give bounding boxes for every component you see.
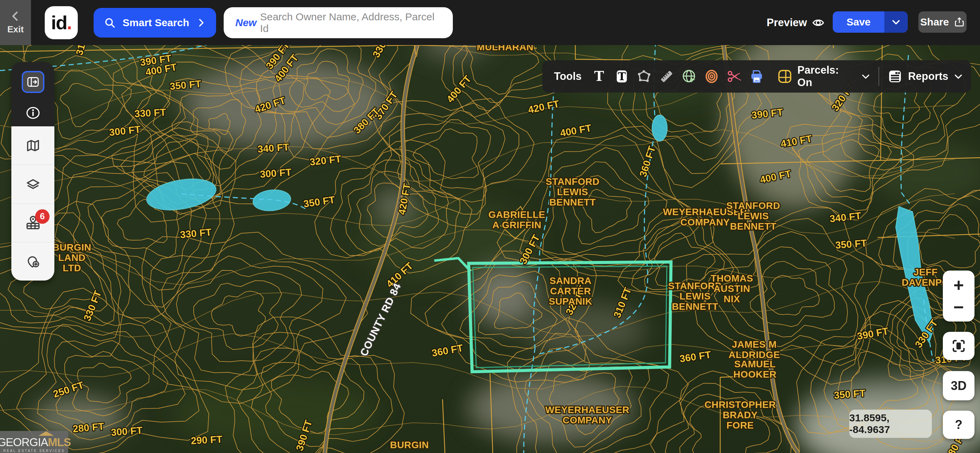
chevron-left-icon [10,10,21,22]
owner-label: BURGIN [390,440,429,450]
parcels-layer-icon [777,69,792,85]
target-tool-icon[interactable] [704,68,720,85]
polygon-tool-icon[interactable] [636,68,652,85]
search-new-prefix: New [235,17,257,29]
svg-text:T: T [618,70,625,83]
owner-label: BENNETT [549,197,596,207]
ruler-tool-icon[interactable] [659,68,675,85]
screenshot-button[interactable] [943,332,975,360]
add-location-icon [25,254,41,269]
exit-label: Exit [7,24,24,35]
preview-button[interactable]: Preview [767,0,825,45]
owner-label: STANFORD [726,200,780,211]
label-tool-icon[interactable]: T [614,68,630,85]
layers-icon [25,177,41,192]
owner-label: A GRIFFIN [492,220,542,230]
contour-label: 340 FT [257,142,290,155]
left-sidebar: 6 [11,62,54,281]
print-tool-icon[interactable] [748,68,765,85]
zoom-in-button[interactable]: + [943,274,975,296]
smart-search-label: Smart Search [123,17,189,29]
sidebar-item-info[interactable] [11,99,54,126]
share-icon [954,16,965,27]
tools-label: Tools [554,70,582,83]
contour-label: 330 FT [134,107,167,120]
exit-button[interactable]: Exit [0,0,31,45]
owner-label: CARTER [550,286,591,297]
clip-tool-icon[interactable] [726,68,742,85]
land-id-map-editor: 310 FT390 FT400 FT350 FT330 FT300 FT390 … [0,0,980,453]
owner-label: BRADY [722,410,758,420]
panel-selected-ring [22,71,45,93]
reports-menu[interactable]: Reports [887,68,964,85]
map-toolbar: Tools T T [542,60,971,93]
preview-label: Preview [767,16,807,29]
owner-label: JEFF [913,267,938,278]
owner-label: LAND [58,252,85,263]
text-tool-icon[interactable]: T [591,68,607,85]
owner-label: DAVENPO [902,277,950,288]
owner-label: SANDRA [549,275,592,286]
basemap-icon [25,138,41,153]
contour-label: 290 FT [191,434,223,447]
help-button[interactable]: ? [943,411,975,439]
smart-search-button[interactable]: Smart Search [94,8,216,38]
sidebar-item-panel[interactable] [11,65,54,99]
globe-tool-icon[interactable] [681,68,697,85]
search-input[interactable]: New Search Owner Name, Address, Parcel I… [224,7,453,38]
owner-label: GABRIELLE [488,209,545,220]
sidebar-light-section: 6 [11,126,54,281]
logo-text: id. [51,11,71,34]
owner-label: SUPANIK [549,296,593,307]
cursor-coordinates: 31.8595, -84.9637 [849,410,932,438]
land-id-logo: id. [45,6,78,39]
contour-label: 350 FT [835,238,867,250]
owner-label: THOMAS [711,273,753,284]
owner-label: SAMUEL [734,359,776,369]
sidebar-dark-section [11,62,54,126]
watermark-brand-b: MLS [48,436,71,448]
contour-label: 300 FT [259,167,292,180]
eye-icon [812,16,825,29]
owner-label: STANFORD [546,176,600,187]
contour-label: 350 FT [834,388,866,401]
reports-label: Reports [908,70,948,83]
chevron-right-icon [196,18,206,27]
contour-label: 300 FT [110,425,143,438]
toolbar-divider [878,67,879,86]
sidebar-item-layers[interactable] [11,165,54,203]
save-button[interactable]: Save [833,11,885,33]
top-bar: Exit id. Smart Search New Search Owner N… [0,0,980,45]
owner-label: AUSTIN [714,283,751,294]
zoom-out-button[interactable]: − [943,296,975,318]
share-label: Share [920,16,949,28]
roof-icon [38,431,54,436]
owner-label: BENNETT [672,301,718,312]
panel-toggle-icon [26,75,40,89]
owner-label: COMPANY [563,415,612,426]
owner-label: JAMES M [732,339,776,350]
owner-label: LEWIS [738,211,769,221]
search-placeholder: Search Owner Name, Address, Parcel Id [260,11,441,34]
parcels-toggle[interactable]: Parcels: On [777,64,871,89]
sidebar-item-parcels[interactable]: 6 [11,204,54,242]
owner-label: HOOKER [733,369,776,380]
threed-button[interactable]: 3D [943,371,975,400]
parcels-toggle-label: Parcels: On [797,64,856,89]
watermark-tagline: REAL ESTATE SERVICES [3,449,65,453]
chevron-down-icon [891,17,901,27]
watermark-brand-a: GEORGIA [0,436,48,448]
sidebar-item-basemap[interactable] [11,126,54,164]
sidebar-item-add-location[interactable] [11,242,54,281]
owner-label: LEWIS [679,291,711,301]
reports-icon [887,68,903,85]
owner-label: FORE [726,420,754,431]
owner-label: COMPANY [680,217,730,228]
save-dropdown-button[interactable] [885,11,908,33]
owner-label: BENNETT [730,221,776,232]
save-button-group: Save [833,11,908,33]
svg-text:T: T [594,69,604,84]
share-button[interactable]: Share [918,11,967,33]
owner-label: LTD [63,263,81,273]
georgia-mls-watermark: GEORGIAMLS REAL ESTATE SERVICES [0,431,68,453]
